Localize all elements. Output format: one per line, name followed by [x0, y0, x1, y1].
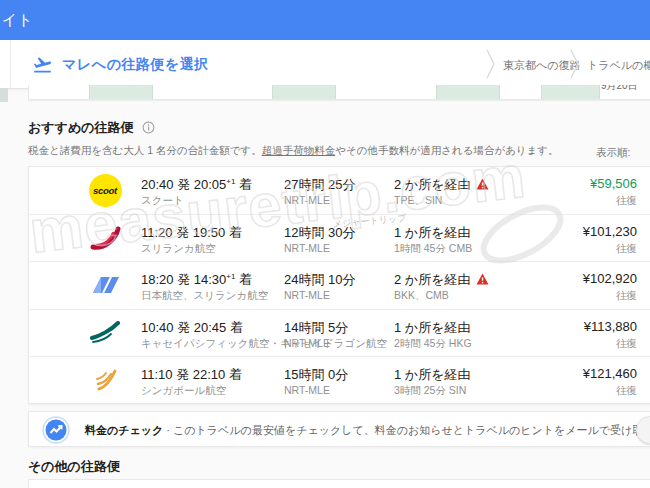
- jal-srilankan-logo-icon: [83, 262, 127, 308]
- stops-detail: BKK、CMB: [394, 289, 449, 303]
- duration: 15時間 0分: [284, 366, 348, 384]
- flight-row[interactable]: 10:40 発 20:45 着 キャセイパシフィック航空・キャセイドラゴン航空 …: [29, 310, 650, 358]
- stops: 1 か所を経由: [394, 366, 470, 384]
- price-track-banner: 料金のチェック · このトラベルの最安値をチェックして、料金のお知らせとトラベル…: [28, 411, 650, 447]
- stops: 2 か所を経由: [394, 271, 489, 289]
- section-title-text: おすすめの往路便: [28, 120, 134, 135]
- trip-type: 往復: [616, 194, 637, 208]
- scoot-logo-text: scoot: [93, 185, 117, 196]
- excess-baggage-link[interactable]: 超過手荷物料金: [262, 144, 336, 156]
- breadcrumb-step-return[interactable]: 東京都への復路: [503, 58, 581, 73]
- price: ¥102,920: [583, 271, 637, 286]
- app-title-fragment: イト: [2, 11, 33, 30]
- chevron-right-icon: [570, 49, 580, 83]
- date-cell[interactable]: [436, 85, 500, 100]
- airline-names: 日本航空、スリランカ航空: [141, 289, 268, 303]
- route: NRT-MLE: [284, 242, 330, 254]
- disclaimer-text: 税金と諸費用を含む大人 1 名分の合計金額です。: [28, 144, 262, 156]
- info-icon[interactable]: [142, 122, 155, 137]
- trip-type: 往復: [616, 384, 637, 398]
- trip-type: 往復: [616, 289, 637, 303]
- trip-type: 往復: [616, 337, 637, 351]
- airline-names: スクート: [141, 194, 184, 208]
- route: NRT-MLE: [284, 194, 330, 206]
- chevron-right-icon: [486, 49, 496, 83]
- date-cell[interactable]: [89, 85, 153, 100]
- clipped-element: [0, 88, 8, 102]
- flight-row[interactable]: 18:20 発 14:30+1 着 日本航空、スリランカ航空 24時間 10分 …: [29, 262, 650, 310]
- singapore-airlines-logo-icon: [83, 357, 127, 403]
- section-title-recommended: おすすめの往路便: [28, 119, 155, 137]
- warning-icon: [476, 178, 489, 193]
- airline-names: シンガポール航空: [141, 384, 226, 398]
- disclaimer-text: やその他手数料が適用される場合があります。: [335, 144, 558, 156]
- duration: 12時間 30分: [284, 224, 356, 242]
- price: ¥101,230: [583, 224, 637, 239]
- flight-times: 11:10 発 22:10 着: [141, 366, 242, 384]
- duration: 27時間 25分: [284, 176, 356, 194]
- duration: 14時間 5分: [284, 319, 348, 337]
- airline-names: スリランカ航空: [141, 242, 216, 256]
- price: ¥121,460: [583, 366, 637, 381]
- stops: 2 か所を経由: [394, 176, 489, 194]
- section-title-other: その他の往路便: [28, 458, 120, 476]
- stops-detail: TPE、SIN: [394, 194, 442, 208]
- divider: [10, 40, 11, 88]
- banner-text: 料金のチェック · このトラベルの最安値をチェックして、料金のお知らせとトラベル…: [85, 423, 650, 438]
- stops: 1 か所を経由: [394, 224, 470, 242]
- flight-times: 20:40 発 20:05+1 着: [141, 176, 252, 194]
- duration: 24時間 10分: [284, 271, 356, 289]
- date-label: 9月20日: [601, 85, 638, 93]
- warning-icon: [476, 273, 489, 288]
- flight-times: 10:40 発 20:45 着: [141, 319, 243, 337]
- route: NRT-MLE: [284, 337, 330, 349]
- scoot-logo-icon: scoot: [83, 167, 127, 213]
- flight-step-header: マレへの往路便を選択 東京都への復路 トラベルの概: [0, 40, 650, 89]
- airline-names: キャセイパシフィック航空・キャセイドラゴン航空: [141, 337, 387, 351]
- other-flight-list: [28, 479, 650, 488]
- stops-detail: 3時間 25分 SIN: [394, 384, 466, 398]
- trip-type: 往復: [616, 242, 637, 256]
- stops: 1 か所を経由: [394, 319, 470, 337]
- sort-control[interactable]: 表示順:: [596, 146, 630, 160]
- price-graph-icon: [42, 416, 70, 448]
- flight-times: 11:20 発 19:50 着: [141, 224, 242, 242]
- breadcrumb-step-summary[interactable]: トラベルの概: [587, 58, 650, 73]
- cathay-pacific-logo-icon: [83, 310, 127, 356]
- page-title: マレへの往路便を選択: [62, 56, 209, 74]
- stops-detail: 1時間 45分 CMB: [394, 242, 472, 256]
- flight-row[interactable]: 11:20 発 19:50 着 スリランカ航空 12時間 30分 NRT-MLE…: [29, 215, 650, 263]
- flight-times: 18:20 発 14:30+1 着: [141, 271, 252, 289]
- track-toggle[interactable]: [636, 416, 650, 444]
- date-cell[interactable]: [272, 85, 336, 100]
- date-cell[interactable]: [541, 85, 600, 100]
- price: ¥59,506: [590, 176, 637, 191]
- price: ¥113,880: [584, 319, 637, 334]
- date-grid-strip[interactable]: 9月20日: [28, 85, 650, 100]
- flight-row[interactable]: 11:10 発 22:10 着 シンガポール航空 15時間 0分 NRT-MLE…: [29, 357, 650, 404]
- route: NRT-MLE: [284, 384, 330, 396]
- srilankan-logo-icon: [83, 215, 127, 261]
- stops-detail: 2時間 45分 HKG: [394, 337, 472, 351]
- flight-row[interactable]: scoot 20:40 発 20:05+1 着 スクート 27時間 25分 NR…: [29, 167, 650, 215]
- flight-takeoff-icon: [32, 54, 53, 79]
- fare-disclaimer: 税金と諸費用を含む大人 1 名分の合計金額です。超過手荷物料金やその他手数料が適…: [28, 144, 559, 158]
- topbar: イト: [0, 0, 650, 40]
- route: NRT-MLE: [284, 289, 330, 301]
- flight-list: scoot 20:40 発 20:05+1 着 スクート 27時間 25分 NR…: [28, 166, 650, 404]
